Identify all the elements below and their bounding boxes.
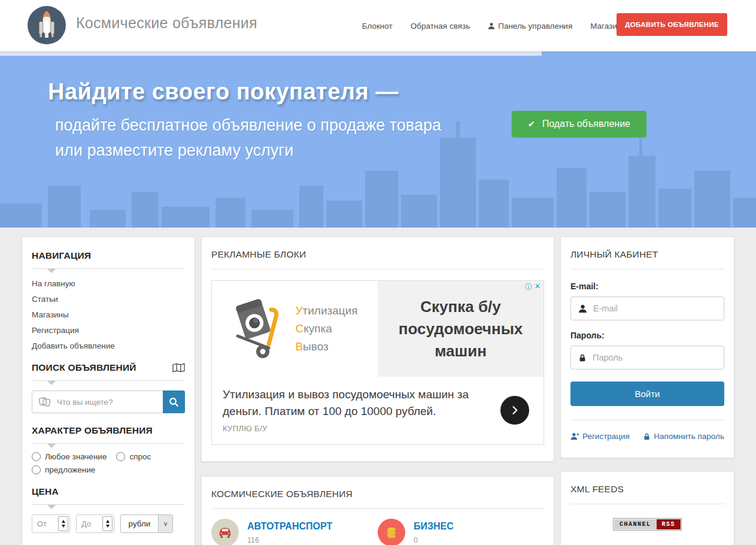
email-field[interactable] [593,304,724,313]
spinner-icon[interactable] [102,516,113,531]
category-auto[interactable]: АВТОТРАНСПОРТ 116 [211,519,378,545]
login-card: ЛИЧНЫЙ КАБИНЕТ E-mail: Пароль: Войти Рег… [560,237,734,458]
nav-control-panel[interactable]: Панель управления [488,22,572,31]
categories-title: КОСМИЧЕСКИЕ ОБЪЯВЛЕНИЯ [202,477,554,508]
price-title-label: ЦЕНА [32,486,59,497]
lock-icon [643,432,651,441]
spinner-icon[interactable] [58,516,68,531]
currency-select[interactable]: рубли ∨ [120,514,173,533]
sidebar-nav-title: НАВИГАЦИЯ [32,250,185,261]
submit-listing-button[interactable]: ✔ Подать объявление [512,111,646,137]
sidebar-item-home[interactable]: На главную [32,276,185,292]
email-field-wrap [570,296,724,320]
ad-arrow-button[interactable] [500,396,529,425]
categories-row: АВТОТРАНСПОРТ 116 БИЗНЕС 0 [202,509,554,545]
login-button[interactable]: Войти [570,382,724,406]
radio-offer-input[interactable] [32,465,41,474]
site-title: Космические объявления [76,14,257,32]
category-auto-text: АВТОТРАНСПОРТ 116 [247,519,332,545]
character-title-label: ХАРАКТЕР ОБЪЯВЛЕНИЯ [32,425,153,436]
register-link[interactable]: Регистрация [570,432,630,441]
price-from-placeholder: От [34,519,58,528]
header-nav: Блокнот Обратная связь Панель управления… [362,0,627,52]
ad-headline: Скупка б/у посудомоечных машин [378,296,544,362]
hero-subline-1: подайте бесплатное объявление о продаже … [55,113,441,138]
login-divider [570,420,724,420]
radio-offer[interactable]: предложение [32,465,95,474]
search-bar [32,390,185,413]
category-business-text: БИЗНЕС 0 [414,519,454,545]
email-label: E-mail: [570,281,724,291]
categories-card: КОСМИЧЕСКИЕ ОБЪЯВЛЕНИЯ АВТОТРАНСПОРТ 116 [201,476,554,545]
radio-any-value[interactable]: Любое значение [32,452,107,461]
category-business-label: БИЗНЕС [414,519,454,532]
sidebar-item-register[interactable]: Регистрация [32,323,185,338]
xml-feeds-title: XML FEEDS [561,472,734,504]
ad-word-1: Утилизация [295,304,357,317]
remind-password-link[interactable]: Напомнить пароль [643,432,724,441]
ad-word-2: Скупка [295,322,357,335]
ad-banner[interactable]: ⓘ ✕ [211,280,544,445]
card-title-divider [211,269,544,270]
ad-banner-bottom: Утилизация и вывоз посудомоечных машин з… [212,377,544,444]
radio-demand-input[interactable] [116,452,125,461]
chevron-right-icon [509,404,521,416]
rss-badge-channel: CHANNEL [614,519,657,529]
rss-channel-badge[interactable]: CHANNEL RSS [613,518,682,531]
coins-icon [378,519,405,545]
character-section-title: ХАРАКТЕР ОБЪЯВЛЕНИЯ [32,425,185,436]
radio-demand[interactable]: спрос [116,452,151,461]
adchoices-info-icon[interactable]: ⓘ [525,282,532,292]
password-field[interactable] [593,353,724,362]
login-links-row: Регистрация Напомнить пароль [570,432,724,441]
search-icon [169,397,179,407]
site-header: Космические объявления Блокнот Обратная … [0,0,756,52]
ad-blocks-title: РЕКЛАМНЫЕ БЛОКИ [202,237,554,269]
search-section-title: ПОИСК ОБЪЯВЛЕНИЙ [32,362,185,373]
category-auto-label: АВТОТРАНСПОРТ [247,519,332,532]
price-to-input[interactable]: До [76,514,114,533]
sidebar-nav-list: На главную Статьи Магазины Регистрация Д… [32,276,185,354]
radio-any-value-input[interactable] [32,452,41,461]
nav-feedback[interactable]: Обратная связь [411,22,470,31]
radio-offer-label: предложение [45,465,95,474]
category-business[interactable]: БИЗНЕС 0 [378,519,544,545]
sidebar-item-add-listing[interactable]: Добавить объявление [32,338,185,354]
ad-advertiser: КУПЛЮ Б/У [223,424,490,433]
heading-rule [32,443,185,444]
category-business-count: 0 [414,536,454,544]
remind-password-label: Напомнить пароль [654,432,724,441]
adchoices-close-icon[interactable]: ✕ [535,282,541,292]
search-title-label: ПОИСК ОБЪЯВЛЕНИЙ [32,362,136,373]
sidebar-nav-title-label: НАВИГАЦИЯ [32,250,91,261]
card-title-divider [570,269,724,270]
rss-badge-rss: RSS [657,519,681,529]
nav-control-panel-label: Панель управления [498,22,572,31]
sidebar-item-articles[interactable]: Статьи [32,292,185,307]
price-section-title: ЦЕНА [32,486,185,497]
user-icon [488,22,495,30]
car-icon [211,519,239,545]
nav-notebook[interactable]: Блокнот [362,22,393,31]
check-icon: ✔ [528,119,535,129]
sidebar-item-shops[interactable]: Магазины [32,307,185,323]
search-field-wrap [32,390,163,413]
map-icon[interactable] [172,363,185,373]
site-logo-rocket-icon[interactable] [28,6,66,44]
price-filter-row: От До рубли ∨ [32,514,185,533]
adchoices-controls: ⓘ ✕ [525,282,541,292]
heading-rule [32,380,185,381]
rss-badge-wrap: CHANNEL RSS [561,518,734,531]
price-from-input[interactable]: От [32,514,70,533]
ad-word-3: Вывоз [295,340,357,353]
submit-listing-label: Подать объявление [542,119,630,129]
search-button[interactable] [163,390,185,413]
search-input[interactable] [57,398,163,407]
character-radio-group: Любое значение спрос предложение [32,452,185,474]
add-listing-button[interactable]: ДОБАВИТЬ ОБЪЯВЛЕНИЕ [617,13,727,36]
hero-subtext: подайте бесплатное объявление о продаже … [55,113,441,163]
radio-demand-label: спрос [129,452,151,461]
hero-top-strip [0,52,542,56]
card-title-divider [570,504,724,504]
hero-headline: Найдите своего покупателя — [48,79,399,105]
